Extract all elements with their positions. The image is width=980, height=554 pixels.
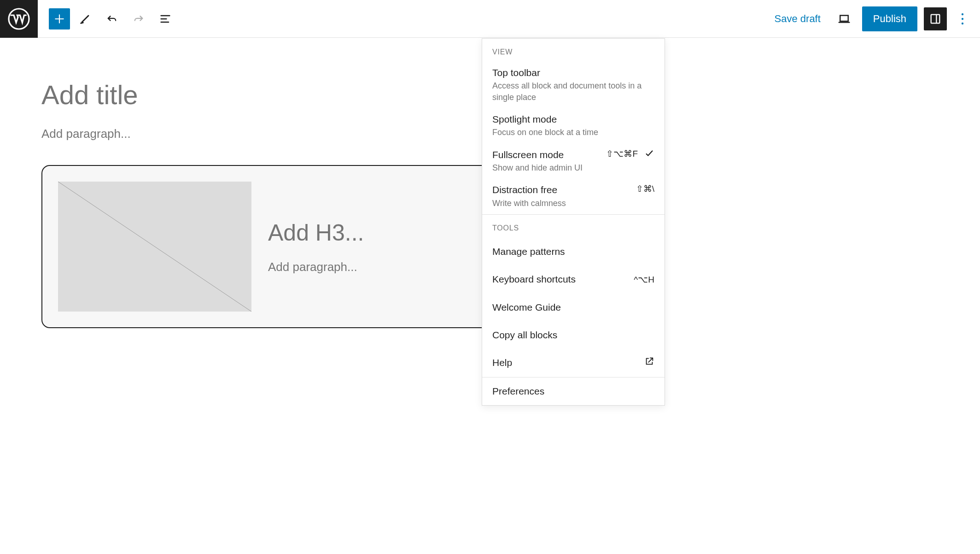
svg-point-5: [962, 18, 963, 19]
options-dropdown-menu: VIEW Top toolbar Access all block and do…: [482, 38, 665, 406]
toolbar-left-group: [49, 7, 177, 30]
dropdown-section-view: VIEW: [482, 39, 665, 62]
menu-item-fullscreen-mode[interactable]: Fullscreen mode Show and hide admin UI ⇧…: [482, 144, 665, 179]
menu-item-label: Help: [492, 356, 512, 369]
menu-item-desc: Access all block and document tools in a…: [492, 80, 654, 103]
add-block-button[interactable]: [49, 8, 70, 29]
list-icon: [159, 12, 172, 25]
menu-item-shortcut: ⇧⌘\: [636, 183, 654, 194]
menu-item-preferences[interactable]: Preferences: [482, 377, 665, 405]
h3-heading-input[interactable]: [268, 219, 481, 246]
menu-item-label: Manage patterns: [492, 245, 565, 258]
menu-item-welcome-guide[interactable]: Welcome Guide: [482, 294, 665, 321]
menu-item-desc: Show and hide admin UI: [492, 162, 601, 173]
redo-icon: [132, 12, 145, 25]
publish-button[interactable]: Publish: [862, 6, 917, 31]
diagonal-line-icon: [58, 182, 251, 312]
settings-sidebar-button[interactable]: [924, 7, 947, 30]
media-text-block[interactable]: [41, 165, 498, 328]
menu-item-label: Fullscreen mode: [492, 148, 601, 161]
menu-item-label: Keyboard shortcuts: [492, 273, 576, 286]
svg-line-7: [58, 182, 251, 312]
menu-item-label: Copy all blocks: [492, 329, 557, 342]
toolbar-right-group: Save draft Publish: [769, 6, 980, 31]
menu-item-copy-all-blocks[interactable]: Copy all blocks: [482, 321, 665, 349]
menu-item-shortcut: ^⌥H: [634, 274, 654, 285]
menu-item-manage-patterns[interactable]: Manage patterns: [482, 238, 665, 265]
document-overview-button[interactable]: [154, 7, 177, 30]
menu-item-distraction-free[interactable]: Distraction free Write with calmness ⇧⌘\: [482, 179, 665, 214]
wordpress-icon: [8, 8, 30, 30]
svg-rect-2: [931, 14, 940, 23]
plus-icon: [53, 13, 65, 25]
menu-item-label: Welcome Guide: [492, 301, 561, 314]
edit-mode-button[interactable]: [74, 7, 97, 30]
more-options-button[interactable]: [953, 7, 972, 30]
undo-icon: [105, 12, 118, 25]
pencil-icon: [79, 12, 92, 25]
top-toolbar: Save draft Publish: [0, 0, 980, 38]
menu-item-label: Top toolbar: [492, 66, 654, 79]
media-paragraph-input[interactable]: [268, 260, 481, 274]
svg-point-0: [9, 9, 29, 29]
menu-item-spotlight-mode[interactable]: Spotlight mode Focus on one block at a t…: [482, 108, 665, 144]
menu-item-keyboard-shortcuts[interactable]: Keyboard shortcuts ^⌥H: [482, 265, 665, 293]
menu-item-desc: Write with calmness: [492, 198, 630, 209]
panel-icon: [929, 12, 942, 25]
svg-point-4: [962, 13, 963, 15]
redo-button: [127, 7, 150, 30]
menu-item-label: Spotlight mode: [492, 113, 654, 126]
check-icon: [644, 148, 654, 159]
menu-item-desc: Focus on one block at a time: [492, 127, 654, 138]
media-placeholder-image[interactable]: [58, 182, 251, 312]
menu-item-shortcut: ⇧⌥⌘F: [606, 148, 638, 159]
vertical-dots-icon: [961, 13, 964, 25]
view-device-button[interactable]: [833, 7, 856, 30]
media-text-column: [268, 182, 481, 312]
wordpress-logo[interactable]: [0, 0, 38, 38]
dropdown-section-tools: TOOLS: [482, 215, 665, 238]
external-link-icon: [644, 356, 654, 366]
laptop-icon: [837, 12, 851, 26]
save-draft-button[interactable]: Save draft: [769, 9, 826, 29]
menu-item-label: Distraction free: [492, 183, 630, 196]
svg-point-6: [962, 22, 963, 24]
menu-item-help[interactable]: Help: [482, 349, 665, 377]
menu-item-top-toolbar[interactable]: Top toolbar Access all block and documen…: [482, 62, 665, 108]
menu-item-label: Preferences: [492, 385, 544, 398]
undo-button[interactable]: [100, 7, 123, 30]
svg-rect-1: [840, 15, 848, 21]
